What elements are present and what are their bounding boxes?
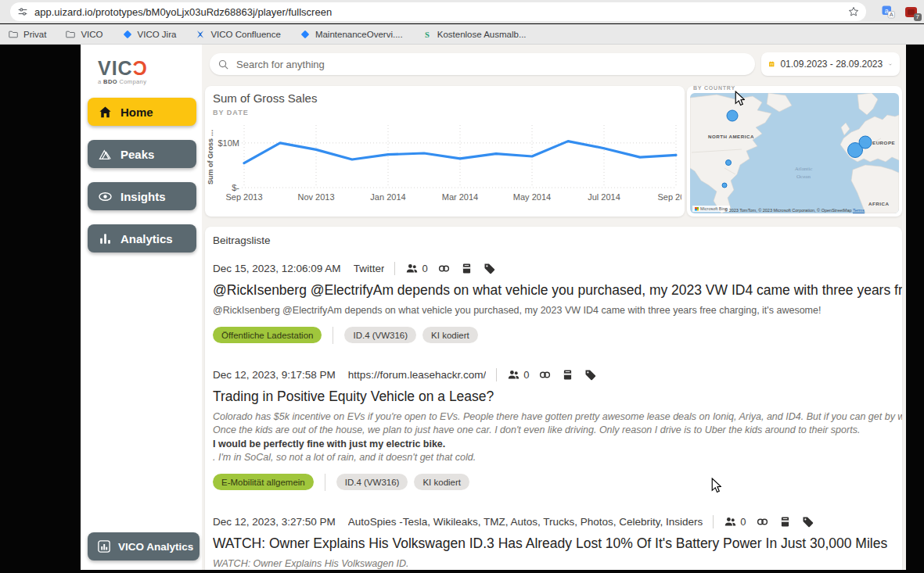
sidebar-item-label: Home xyxy=(120,106,153,119)
search-input[interactable] xyxy=(236,59,747,70)
map-bubble[interactable] xyxy=(727,110,738,121)
post-date: Dec 12, 2023, 9:17:58 PM xyxy=(213,369,336,381)
map-subtitle: BY COUNTRY xyxy=(693,86,735,91)
translate-icon[interactable]: aA xyxy=(882,5,895,19)
sidebar-item-insights[interactable]: Insights xyxy=(88,182,196,210)
svg-text:Nov 2013: Nov 2013 xyxy=(297,192,334,202)
book-icon[interactable] xyxy=(778,515,792,528)
tag-icon[interactable] xyxy=(483,262,496,275)
posts-card: Beitragsliste Dec 15, 2023, 12:06:09 AM … xyxy=(205,227,902,570)
extension-badge: 7 xyxy=(914,13,922,21)
svg-text:$10M: $10M xyxy=(218,138,239,148)
map-bubble[interactable] xyxy=(722,183,727,188)
sidebar-item-analytics[interactable]: Analytics xyxy=(88,224,196,252)
tag-pill[interactable]: Öffentliche Ladestation xyxy=(213,327,322,343)
post-item: Dec 12, 2023, 9:17:58 PM https://forum.l… xyxy=(205,368,902,491)
book-icon[interactable] xyxy=(460,262,473,275)
date-range-picker[interactable]: 01.09.2023 - 28.09.2023 xyxy=(761,52,900,76)
address-bar[interactable]: app.uizard.io/prototypes/bM0yoLjx03uRdz6… xyxy=(10,2,866,21)
tag-pill[interactable]: ID.4 (VW316) xyxy=(336,474,408,490)
tag-pill[interactable]: ID.4 (VW316) xyxy=(344,327,416,343)
svg-text:Jan 2014: Jan 2014 xyxy=(370,192,405,202)
bookmark-item[interactable]: VICO xyxy=(65,29,102,40)
home-icon xyxy=(98,105,113,120)
bars-box-icon xyxy=(97,539,111,553)
svg-text:Sep 2014: Sep 2014 xyxy=(657,192,681,202)
extension-icon[interactable]: 7 xyxy=(904,5,918,19)
line-chart[interactable]: $10M$-Sep 2013Nov 2013Jan 2014Mar 2014Ma… xyxy=(213,122,681,211)
logo-subtitle: a BDO Company xyxy=(98,78,147,85)
post-tags: Öffentliche LadestationID.4 (VW316)KI ko… xyxy=(213,327,902,344)
sidebar-item-home[interactable]: Home xyxy=(88,98,196,126)
svg-text:May 2014: May 2014 xyxy=(513,192,551,202)
bookmark-item[interactable]: VICO Confluence xyxy=(195,29,281,40)
tag-icon[interactable] xyxy=(584,368,597,381)
meta-divider xyxy=(394,262,395,275)
bookmark-label: MaintenanceOvervi.... xyxy=(315,30,403,39)
bars-icon xyxy=(98,231,113,246)
tag-pill[interactable]: KI kodiert xyxy=(422,327,478,343)
post-title[interactable]: WATCH: Owner Explains His Volkswagen ID.… xyxy=(213,535,902,552)
audience-icon[interactable] xyxy=(405,262,419,275)
post-meta: Dec 12, 2023, 3:27:50 PM AutoSpies -Tesl… xyxy=(213,515,902,528)
search-bar[interactable] xyxy=(210,53,755,75)
diamond-icon xyxy=(300,29,311,40)
map-bubble[interactable] xyxy=(726,160,732,166)
audience-count: 0 xyxy=(422,263,427,274)
map-bubble[interactable] xyxy=(859,136,872,149)
post-title[interactable]: Trading in Positive Equity Vehicle on a … xyxy=(213,389,902,405)
site-settings-icon[interactable] xyxy=(16,5,29,18)
post-body-line: @RickIsenberg @ElectrifyAm depends on wh… xyxy=(213,304,902,318)
tag-divider xyxy=(325,474,325,491)
post-body-line: WATCH: Owner Explains His Volkswagen ID. xyxy=(213,557,902,571)
map-terms-link[interactable]: Terms xyxy=(853,208,865,213)
book-icon[interactable] xyxy=(561,368,574,381)
audience-icon[interactable] xyxy=(507,368,520,381)
sidebar: VICƆ a BDO Company Home Peaks Insights A… xyxy=(81,45,202,570)
post-source[interactable]: Twitter xyxy=(354,263,385,274)
app-window: VICƆ a BDO Company Home Peaks Insights A… xyxy=(81,45,906,570)
post-source[interactable]: https://forum.leasehackr.com/ xyxy=(348,369,486,381)
url-text[interactable]: app.uizard.io/prototypes/bM0yoLjx03uRdz6… xyxy=(34,6,847,18)
post-source[interactable]: AutoSpies -Tesla, Wikileaks, TMZ, Autos,… xyxy=(348,516,703,528)
link-icon[interactable] xyxy=(756,515,769,528)
post-meta: Dec 12, 2023, 9:17:58 PM https://forum.l… xyxy=(213,368,902,381)
post-meta: Dec 15, 2023, 12:06:09 AM Twitter 0 xyxy=(213,262,902,275)
svg-text:AFRICA: AFRICA xyxy=(868,201,889,206)
sidebar-item-label: Insights xyxy=(120,190,166,203)
audience-icon[interactable] xyxy=(724,515,737,528)
tag-pill[interactable]: E-Mobilität allgemein xyxy=(213,474,314,490)
tag-divider xyxy=(333,327,333,344)
bookmark-item[interactable]: MaintenanceOvervi.... xyxy=(300,29,403,40)
audience-count: 0 xyxy=(523,369,529,381)
post-title[interactable]: @RickIsenberg @ElectrifyAm depends on wh… xyxy=(213,282,902,299)
eye-icon xyxy=(98,189,113,204)
chart-subtitle: BY DATE xyxy=(213,109,249,116)
folder-icon xyxy=(8,29,19,40)
sidebar-item-label: Analytics xyxy=(120,232,173,245)
country-map-card: BY COUNTRY xyxy=(687,86,902,217)
post-item: Dec 15, 2023, 12:06:09 AM Twitter 0 @Ric… xyxy=(205,262,902,344)
post-body-line: . I'm in SoCal, so not a lot of rain, an… xyxy=(213,451,902,465)
bookmark-item[interactable]: Privat xyxy=(8,29,46,40)
bookmark-star-icon[interactable] xyxy=(847,5,860,18)
bookmark-label: VICO Confluence xyxy=(210,30,281,39)
bookmark-label: Privat xyxy=(23,30,46,39)
svg-text:Ocean: Ocean xyxy=(796,174,811,180)
sidebar-item-label: Peaks xyxy=(120,148,154,161)
bookmark-item[interactable]: VICO Jira xyxy=(122,29,177,40)
bookmarks-bar: Privat VICO VICO Jira VICO Confluence Ma… xyxy=(0,24,924,45)
svg-text:Jul 2014: Jul 2014 xyxy=(588,192,620,202)
post-body-line: Once the kids are out of the house, we p… xyxy=(213,424,902,438)
svg-text:A: A xyxy=(890,11,893,18)
bing-map[interactable]: NORTH AMERICAEUROPEAFRICAAtlanticOcean M… xyxy=(690,93,899,213)
link-icon[interactable] xyxy=(437,262,451,275)
sidebar-item-vico-analytics[interactable]: VICO Analytics xyxy=(88,532,200,560)
svg-text:NORTH AMERICA: NORTH AMERICA xyxy=(708,134,754,139)
tag-pill[interactable]: KI kodiert xyxy=(414,474,469,490)
screen: app.uizard.io/prototypes/bM0yoLjx03uRdz6… xyxy=(0,0,924,573)
tag-icon[interactable] xyxy=(801,515,814,528)
link-icon[interactable] xyxy=(538,368,552,381)
sidebar-item-peaks[interactable]: Peaks xyxy=(88,140,196,168)
bookmark-item[interactable]: Kostenlose Ausmalb... xyxy=(422,29,527,40)
